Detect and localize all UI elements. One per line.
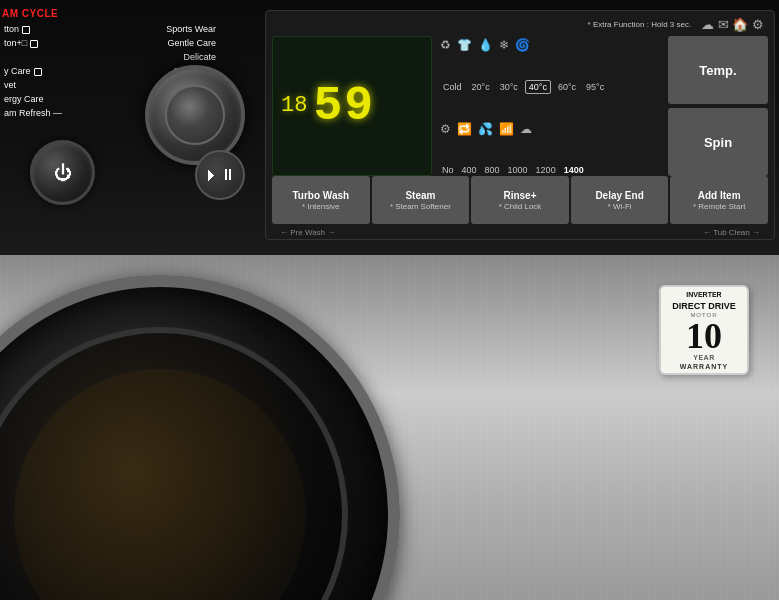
steam-icon2: ☁ <box>520 122 532 136</box>
icon-row-top: ♻ 👕 💧 ❄ 🌀 <box>440 36 662 54</box>
segment-main-digits: 59 <box>313 82 375 130</box>
pre-wash-label: ← Pre Wash → <box>280 228 335 237</box>
spin-button[interactable]: Spin <box>668 108 768 176</box>
turbo-wash-button[interactable]: Turbo Wash * Intensive <box>272 176 370 224</box>
fan-icon: 🌀 <box>515 38 530 52</box>
snowflake-icon: ❄ <box>499 38 509 52</box>
temp-cold[interactable]: Cold <box>440 81 465 93</box>
segment-small: 18 <box>281 93 307 119</box>
door-bezel <box>0 275 400 600</box>
spin-1200[interactable]: 1200 <box>534 164 558 176</box>
icon-row-bottom: ⚙ 🔁 💦 📶 ☁ <box>440 120 662 138</box>
extra-function-label: * Extra Function : Hold 3 sec. ☁ ✉ 🏠 ⚙ <box>272 17 768 32</box>
warranty-bottom-label: WARRANTY <box>680 363 728 370</box>
display-main: 18 59 ♻ 👕 💧 ❄ 🌀 Cold <box>272 36 768 176</box>
spin-400[interactable]: 400 <box>460 164 479 176</box>
temp-options: Cold 20°c 30°c 40°c 60°c 95°c <box>440 80 662 94</box>
tub-clean-label: ← Tub Clean → <box>703 228 760 237</box>
spin-icon: ⚙ <box>440 122 451 136</box>
water-icon: 💦 <box>478 122 493 136</box>
spin-1000[interactable]: 1000 <box>506 164 530 176</box>
spin-no[interactable]: No <box>440 164 456 176</box>
play-pause-icon: ⏵⏸ <box>204 166 236 184</box>
knob-inner <box>165 85 225 145</box>
list-item: Delicate <box>0 50 220 64</box>
add-item-button[interactable]: Add Item * Remote Start <box>670 176 768 224</box>
function-buttons: Turbo Wash * Intensive Steam * Steam Sof… <box>272 176 768 224</box>
shirt-icon: 👕 <box>457 38 472 52</box>
wash-icon: ♻ <box>440 38 451 52</box>
segment-top-digits: 18 <box>281 93 307 119</box>
temp-button[interactable]: Temp. <box>668 36 768 104</box>
temp-spin-area: Temp. Spin <box>668 36 768 176</box>
wifi-icon: 📶 <box>499 122 514 136</box>
temp-30[interactable]: 30°c <box>497 81 521 93</box>
door-inner <box>0 327 348 600</box>
bottom-labels: ← Pre Wash → ← Tub Clean → <box>272 226 768 239</box>
list-item: tton Sports Wear <box>0 22 220 36</box>
steam-button[interactable]: Steam * Steam Softener <box>372 176 470 224</box>
warranty-year: 10 <box>686 318 722 354</box>
warranty-badge: INVERTER Direct Drive MOTOR 10 YEAR WARR… <box>659 285 749 375</box>
display-panel: * Extra Function : Hold 3 sec. ☁ ✉ 🏠 ⚙ 1… <box>265 10 775 240</box>
segment-display: 18 59 <box>272 36 432 176</box>
spin-800[interactable]: 800 <box>483 164 502 176</box>
temp-20[interactable]: 20°c <box>469 81 493 93</box>
cycle-title: AM CYCLE <box>2 8 58 19</box>
controls-grid: ♻ 👕 💧 ❄ 🌀 Cold 20°c 30°c 40°c 60°c 95°c <box>440 36 662 176</box>
spin-options: No 400 800 1000 1200 1400 <box>440 164 662 176</box>
spin-1400[interactable]: 1400 <box>562 164 586 176</box>
cycle-selector-knob[interactable] <box>145 65 245 165</box>
power-icon: ⏻ <box>54 164 72 182</box>
list-item: ton+□ Gentle Care <box>0 36 220 50</box>
play-pause-button[interactable]: ⏵⏸ <box>195 150 245 200</box>
rinse-icon: 🔁 <box>457 122 472 136</box>
top-panel: AM CYCLE tton Sports Wear ton+□ Gentle C… <box>0 0 779 255</box>
temp-95[interactable]: 95°c <box>583 81 607 93</box>
delay-end-button[interactable]: Delay End * Wi-Fi <box>571 176 669 224</box>
bottom-panel: INVERTER Direct Drive MOTOR 10 YEAR WARR… <box>0 255 779 600</box>
power-button[interactable]: ⏻ <box>30 140 95 205</box>
warranty-year-label: YEAR <box>693 354 714 361</box>
rinse-plus-button[interactable]: Rinse+ * Child Lock <box>471 176 569 224</box>
scene: AM CYCLE tton Sports Wear ton+□ Gentle C… <box>0 0 779 600</box>
drop-icon: 💧 <box>478 38 493 52</box>
warranty-inverter-label: INVERTER Direct Drive <box>672 290 736 312</box>
temp-60[interactable]: 60°c <box>555 81 579 93</box>
temp-40[interactable]: 40°c <box>525 80 551 94</box>
drum-dots <box>0 333 342 600</box>
